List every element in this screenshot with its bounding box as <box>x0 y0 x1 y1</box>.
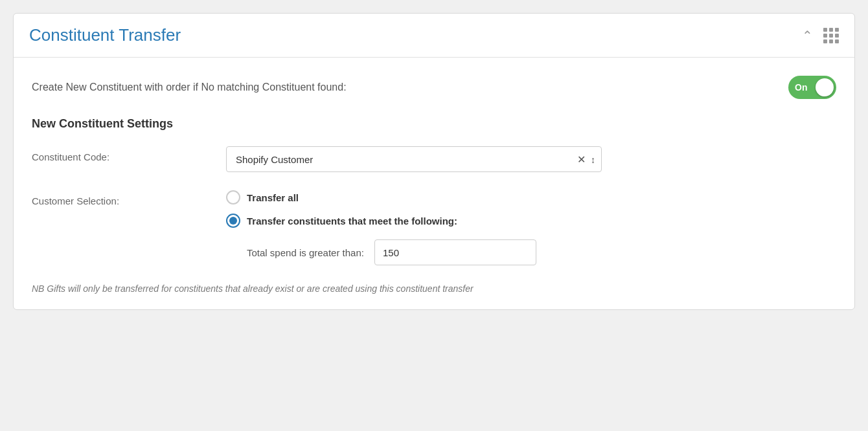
constituent-transfer-card: Constituent Transfer ⌃ Create New Consti… <box>13 13 855 310</box>
page-title: Constituent Transfer <box>29 25 181 45</box>
radio-group: Transfer all Transfer constituents that … <box>226 190 836 265</box>
collapse-icon[interactable]: ⌃ <box>802 28 813 43</box>
customer-selection-label: Customer Selection: <box>32 190 226 206</box>
radio-label-transfer-all: Transfer all <box>247 192 299 203</box>
constituent-code-label: Constituent Code: <box>32 146 226 162</box>
customer-selection-control: Transfer all Transfer constituents that … <box>226 190 836 265</box>
create-new-constituent-row: Create New Constituent with order if No … <box>32 76 836 99</box>
radio-option-transfer-meeting[interactable]: Transfer constituents that meet the foll… <box>226 214 836 228</box>
radio-option-transfer-all[interactable]: Transfer all <box>226 190 836 204</box>
card-body: Create New Constituent with order if No … <box>14 58 854 309</box>
note-text: NB Gifts will only be transferred for co… <box>32 283 836 294</box>
create-new-constituent-label: Create New Constituent with order if No … <box>32 82 347 93</box>
grid-dot <box>829 28 833 32</box>
grid-dot <box>823 28 827 32</box>
toggle-track: On <box>788 76 836 99</box>
constituent-code-select-wrapper: Shopify Customer ✕ ↕ <box>226 146 602 172</box>
header-icons: ⌃ <box>802 28 839 43</box>
grid-dot <box>835 34 839 38</box>
card-header: Constituent Transfer ⌃ <box>14 14 854 58</box>
customer-selection-row: Customer Selection: Transfer all Transfe… <box>32 190 836 265</box>
grid-dot <box>829 34 833 38</box>
toggle-wrapper: On <box>788 76 836 99</box>
toggle-switch[interactable]: On <box>788 76 836 99</box>
total-spend-input[interactable] <box>374 239 536 265</box>
grid-icon[interactable] <box>823 28 839 43</box>
constituent-code-row: Constituent Code: Shopify Customer ✕ ↕ <box>32 146 836 172</box>
grid-dot <box>835 28 839 32</box>
radio-label-transfer-meeting: Transfer constituents that meet the foll… <box>247 216 457 227</box>
toggle-thumb <box>816 78 834 96</box>
constituent-code-control: Shopify Customer ✕ ↕ <box>226 146 836 172</box>
sub-condition-label: Total spend is greater than: <box>247 246 364 260</box>
new-constituent-settings-heading: New Constituent Settings <box>32 117 836 131</box>
radio-circle-transfer-all <box>226 190 240 204</box>
grid-dot <box>829 39 833 43</box>
toggle-on-label: On <box>795 82 807 93</box>
constituent-code-select[interactable]: Shopify Customer <box>226 146 602 172</box>
sub-condition-row: Total spend is greater than: <box>247 239 836 265</box>
grid-dot <box>835 39 839 43</box>
grid-dot <box>823 39 827 43</box>
radio-circle-transfer-meeting <box>226 214 240 228</box>
grid-dot <box>823 34 827 38</box>
